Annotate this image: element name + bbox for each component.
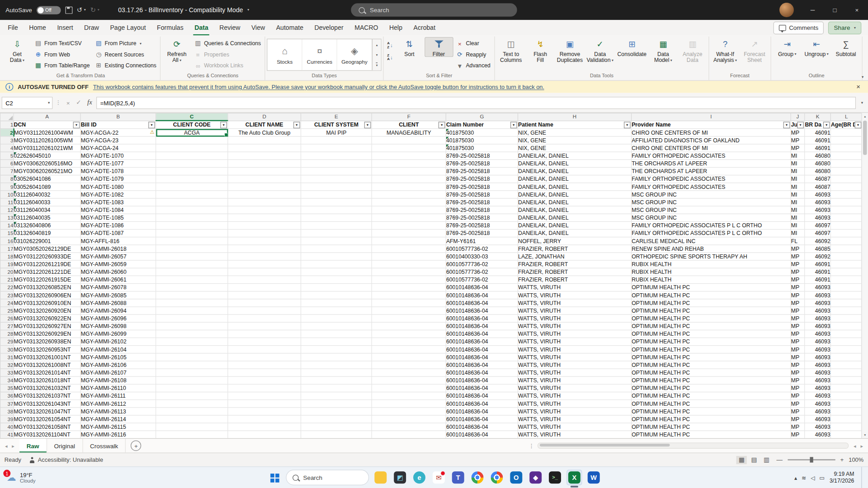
cell-A8[interactable]: 030526041086 (14, 175, 80, 183)
row-header-38[interactable]: 38 (0, 408, 14, 415)
add-sheet-button[interactable]: + (131, 441, 141, 451)
cell-J37[interactable]: MP (791, 400, 805, 408)
cell-I8[interactable]: FAMILY ORTHOPEDIC ASSOCIATES (632, 175, 791, 183)
cell-C14[interactable] (156, 221, 228, 229)
row-header-2[interactable]: 2 (0, 129, 14, 136)
cell-K36[interactable]: 46093 (805, 392, 831, 400)
cell-H5[interactable]: DANEILAK, DANIEL (518, 152, 632, 160)
cell-J7[interactable]: MI (791, 167, 805, 175)
cell-F5[interactable] (372, 152, 446, 160)
scroll-down-icon[interactable]: ▾ (864, 432, 866, 438)
user-avatar[interactable] (779, 3, 794, 17)
cell-D29[interactable] (228, 338, 301, 346)
cell-A37[interactable]: MGY031320261043NT (14, 400, 80, 408)
cell-F26[interactable] (372, 314, 446, 322)
cell-F21[interactable] (372, 276, 446, 283)
cell-K4[interactable]: 46091 (805, 144, 831, 152)
close-button[interactable]: × (846, 0, 868, 20)
teams-icon[interactable]: T (450, 470, 466, 485)
cell-I12[interactable]: MSC GROUP INC (632, 206, 791, 214)
cell-K40[interactable]: 46093 (805, 423, 831, 431)
cell-E35[interactable] (301, 384, 372, 392)
cell-D1[interactable]: CLIENT NAME▾ (228, 121, 301, 129)
cell-D23[interactable] (228, 291, 301, 299)
cell-H12[interactable]: DANEILAK, DANIEL (518, 206, 632, 214)
cell-C29[interactable] (156, 338, 228, 346)
cell-C2[interactable]: ACGA (156, 129, 228, 136)
cell-G8[interactable]: 8769-25-0025818 (446, 175, 518, 183)
cell-I30[interactable]: OPTIMUM HEALTH PC (632, 346, 791, 353)
cell-G19[interactable]: 60010577736-02 (446, 260, 518, 268)
cell-D14[interactable] (228, 221, 301, 229)
cell-L19[interactable] (830, 260, 861, 268)
cell-L30[interactable] (830, 346, 861, 353)
cell-H24[interactable]: WATTS, VIRUTH (518, 299, 632, 307)
cell-D31[interactable] (228, 353, 301, 361)
cell-A7[interactable]: MGY030620260521MO (14, 167, 80, 175)
cell-I28[interactable]: OPTIMUM HEALTH PC (632, 330, 791, 338)
cell-L39[interactable] (830, 415, 861, 423)
group-button[interactable]: ⇥Group▾ (773, 37, 802, 57)
cell-I27[interactable]: OPTIMUM HEALTH PC (632, 322, 791, 330)
cell-I32[interactable]: OPTIMUM HEALTH PC (632, 361, 791, 369)
from-table-range-button[interactable]: ▦From Table/Range (32, 60, 92, 70)
enter-icon[interactable]: ✓ (74, 99, 83, 106)
cell-K12[interactable]: 46093 (805, 206, 831, 214)
column-header-F[interactable]: F (372, 113, 446, 121)
cell-C18[interactable] (156, 253, 228, 260)
ribbon-tab-home[interactable]: Home (24, 20, 52, 35)
cell-E23[interactable] (301, 291, 372, 299)
cell-E24[interactable] (301, 299, 372, 307)
cell-E13[interactable] (301, 214, 372, 221)
cell-K41[interactable]: 46093 (805, 431, 831, 438)
cell-D40[interactable] (228, 423, 301, 431)
cell-G1[interactable]: Claim Number▾ (446, 121, 518, 129)
cell-K35[interactable]: 46093 (805, 384, 831, 392)
cell-I26[interactable]: OPTIMUM HEALTH PC (632, 314, 791, 322)
cell-K13[interactable]: 46093 (805, 214, 831, 221)
undo-button[interactable]: ↺ ▾ (77, 6, 86, 14)
cell-F22[interactable] (372, 284, 446, 291)
cell-J3[interactable]: MP (791, 136, 805, 144)
cell-I20[interactable]: RUBIX HEALTH (632, 268, 791, 276)
cell-C26[interactable] (156, 314, 228, 322)
cell-A6[interactable]: MGY030620260516MO (14, 160, 80, 167)
column-header-E[interactable]: E (301, 113, 372, 121)
cell-D35[interactable] (228, 384, 301, 392)
cell-J29[interactable]: MP (791, 338, 805, 346)
hidden-icons-chevron[interactable]: ▴ (794, 474, 797, 480)
cell-E41[interactable] (301, 431, 372, 438)
cell-B38[interactable]: MGY-AMMI-26113 (80, 408, 156, 415)
row-header-9[interactable]: 9 (0, 183, 14, 191)
cell-H9[interactable]: DANEILAK, DANIEL (518, 183, 632, 191)
cell-D36[interactable] (228, 392, 301, 400)
column-header-H[interactable]: H (518, 113, 632, 121)
page-layout-view-icon[interactable]: ▤ (749, 455, 760, 464)
cell-I25[interactable]: OPTIMUM HEALTH PC (632, 307, 791, 314)
cell-J35[interactable]: MP (791, 384, 805, 392)
cell-K5[interactable]: 46080 (805, 152, 831, 160)
cell-L2[interactable] (830, 129, 861, 136)
clear-button[interactable]: ×Clear (454, 38, 493, 48)
row-header-22[interactable]: 22 (0, 284, 14, 291)
vertical-scrollbar-thumb[interactable] (863, 121, 867, 155)
cell-G20[interactable]: 60010577736-02 (446, 268, 518, 276)
cell-B20[interactable]: MGY-AMMI-26060 (80, 268, 156, 276)
network-icon[interactable]: ≋ (802, 474, 806, 480)
cell-L36[interactable] (830, 392, 861, 400)
horizontal-scrollbar[interactable] (538, 443, 849, 449)
file-explorer-icon[interactable] (373, 470, 388, 485)
cell-H16[interactable]: NOFFEL, JERRY (518, 237, 632, 245)
cell-I15[interactable]: FAMILY ORTHOPEDIC ASSOCIATES P L C ORTHO (632, 230, 791, 237)
remove-duplicates-button[interactable]: ▣RemoveDuplicates (555, 37, 585, 63)
cell-D15[interactable] (228, 230, 301, 237)
cell-J2[interactable]: MP (791, 129, 805, 136)
cell-J31[interactable]: MP (791, 353, 805, 361)
vertical-scrollbar[interactable]: ▴ ▾ (861, 113, 868, 438)
cell-K21[interactable]: 46091 (805, 276, 831, 283)
cell-L35[interactable] (830, 384, 861, 392)
outlook-icon[interactable]: O (509, 470, 524, 485)
cell-L29[interactable] (830, 338, 861, 346)
cell-H19[interactable]: FRAZIER, ROBERT (518, 260, 632, 268)
app-purple-icon[interactable]: ◆ (528, 470, 543, 485)
